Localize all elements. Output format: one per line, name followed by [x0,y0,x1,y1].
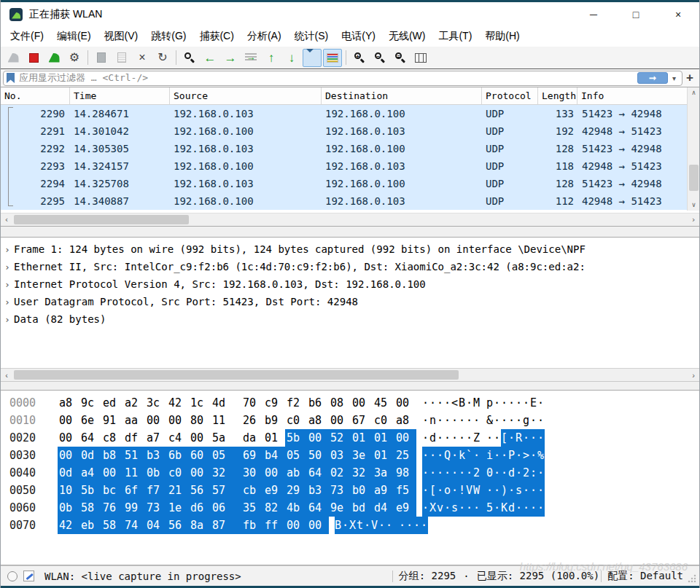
display-filter-input[interactable]: 应用显示过滤器 … <Ctrl-/> ➞ ▾ [3,71,682,86]
ascii-char[interactable]: R [516,429,523,447]
column-header-destination[interactable]: Destination [322,87,482,104]
ascii-char[interactable]: · [451,464,459,482]
ascii-char[interactable]: · [466,412,473,429]
hex-byte[interactable]: f7 [145,482,167,499]
ascii-char[interactable]: X [429,499,437,517]
scroll-right-arrow-icon[interactable]: › [688,369,699,382]
menu-item-6[interactable]: 分析(A) [241,27,288,46]
minimize-button[interactable]: ─ [572,2,615,26]
capture-comment-icon[interactable] [23,571,34,581]
ascii-char[interactable]: · [486,429,494,447]
hex-byte[interactable]: 9e [329,499,351,517]
hex-byte[interactable]: 00 [101,464,123,482]
hex-byte[interactable]: b8 [101,447,123,464]
hex-byte[interactable]: a8 [307,412,329,429]
hex-byte[interactable]: b4 [263,447,285,464]
profile-text[interactable]: 配置: Default [607,570,683,583]
ascii-char[interactable]: · [422,482,429,499]
hex-byte[interactable]: 67 [351,412,373,429]
ascii-char[interactable]: · [459,464,466,482]
start-capture-button[interactable] [4,49,23,67]
hex-byte[interactable]: 06 [211,499,241,517]
hex-byte[interactable]: 0b [145,464,167,482]
hex-byte[interactable]: 02 [329,464,351,482]
hex-byte[interactable]: ff [263,517,285,534]
expand-arrow-icon[interactable]: › [1,297,14,307]
ascii-char[interactable]: & [486,412,494,429]
hex-byte[interactable]: c0 [167,464,189,482]
hex-byte[interactable]: 25 [394,447,416,464]
hex-row[interactable]: 0010006e91aa0000801126b9c0a80067c0a8·n··… [1,412,699,429]
hex-byte[interactable]: 03 [329,447,351,464]
ascii-char[interactable]: · [473,499,486,517]
close-file-button[interactable]: × [133,49,152,67]
ascii-char[interactable]: · [537,482,545,499]
hex-byte[interactable]: 00 [285,517,307,534]
scroll-right-arrow-icon[interactable]: › [688,213,699,227]
scroll-left-arrow-icon[interactable]: ‹ [1,213,12,227]
add-filter-button[interactable]: + [682,71,697,85]
close-button[interactable]: × [657,2,699,26]
protocol-tree-item[interactable]: ›User Datagram Protocol, Src Port: 51423… [1,293,699,310]
table-row[interactable]: 229014.284671192.168.0.103192.168.0.100U… [1,105,699,122]
ascii-char[interactable]: · [444,464,451,482]
ascii-char[interactable]: · [523,429,530,447]
ascii-char[interactable]: · [451,447,459,464]
hex-byte[interactable]: 5b [79,482,101,499]
ascii-char[interactable]: · [501,394,508,412]
ascii-char[interactable]: · [422,429,429,447]
table-row[interactable]: 229414.325708192.168.0.103192.168.0.100U… [1,175,699,192]
hex-row[interactable]: 0030000db851b36b600569b40550033e0125···Q… [1,447,699,464]
hex-byte[interactable]: da [241,429,263,447]
ascii-char[interactable]: · [501,447,508,464]
ascii-char[interactable]: · [413,517,421,534]
ascii-char[interactable]: · [364,517,371,534]
hex-byte[interactable]: 80 [189,412,211,429]
scroll-left-arrow-icon[interactable]: ‹ [1,369,12,382]
hex-byte[interactable]: c9 [263,394,285,412]
expert-info-icon[interactable] [7,571,18,581]
ascii-char[interactable]: · [516,394,523,412]
hex-byte[interactable]: 05 [211,447,241,464]
ascii-char[interactable]: · [444,394,451,412]
protocol-tree-item[interactable]: ›Frame 1: 124 bytes on wire (992 bits), … [1,240,699,258]
hex-byte[interactable]: 58 [79,499,101,517]
packet-list-horizontal-scrollbar[interactable]: ‹ › [1,213,699,226]
hex-byte[interactable]: 6e [79,412,101,429]
ascii-char[interactable]: · [486,482,494,499]
go-forward-button[interactable]: → [221,49,240,67]
hex-byte[interactable]: 3a [373,464,394,482]
resize-columns-button[interactable] [411,49,430,67]
ascii-char[interactable]: Z [473,429,486,447]
ascii-char[interactable]: · [501,464,508,482]
ascii-char[interactable]: · [342,517,349,534]
ascii-char[interactable]: · [466,464,473,482]
hex-byte[interactable]: 91 [101,412,123,429]
ascii-char[interactable]: · [378,517,386,534]
ascii-char[interactable]: · [437,394,444,412]
ascii-char[interactable]: · [406,517,413,534]
hex-row[interactable]: 00400da400110bc000323000ab6402323a98····… [1,464,699,482]
column-header-length[interactable]: Length [538,87,578,104]
ascii-char[interactable]: · [422,464,429,482]
ascii-char[interactable]: ` [466,447,473,464]
hex-byte[interactable]: c0 [373,412,394,429]
ascii-char[interactable]: · [537,464,545,482]
ascii-char[interactable]: · [523,482,530,499]
ascii-char[interactable]: < [451,394,459,412]
ascii-char[interactable]: 0 [486,464,494,482]
packet-list-vertical-scrollbar[interactable]: ∧ ∨ [687,87,699,211]
hex-byte[interactable]: 57 [211,482,241,499]
ascii-char[interactable]: · [422,412,429,429]
hex-byte[interactable]: aa [123,412,145,429]
save-file-button[interactable] [112,49,131,67]
ascii-char[interactable]: · [530,447,537,464]
ascii-char[interactable]: · [537,412,545,429]
stop-capture-button[interactable] [24,49,43,67]
ascii-char[interactable]: · [444,412,451,429]
ascii-char[interactable]: ) [501,482,508,499]
ascii-char[interactable]: s [451,499,459,517]
hex-byte[interactable]: eb [79,517,101,534]
find-packet-button[interactable] [180,49,199,67]
filter-dropdown-caret[interactable]: ▾ [668,74,680,82]
